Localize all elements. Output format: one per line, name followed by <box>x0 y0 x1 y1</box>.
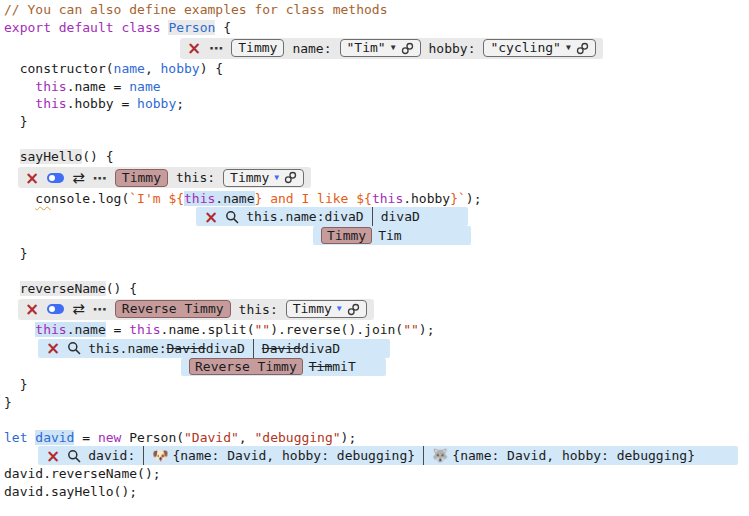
link-icon[interactable] <box>347 303 360 316</box>
code-token: new <box>98 430 121 445</box>
reversename-example-widget: ×⇄⋯Reverse Timmythis:Timmy▼ <box>18 299 374 320</box>
call-reversename-line: david.reverseName(); <box>4 465 749 483</box>
search-icon[interactable] <box>67 341 81 355</box>
this-value-dropdown[interactable]: Timmy▼ <box>223 169 304 187</box>
probe-chip-reverse-timmy: Reverse Timmy <box>189 358 303 375</box>
param-hobby-label: hobby: <box>429 41 476 56</box>
probe-value: divaD <box>325 209 364 224</box>
close-icon[interactable]: × <box>46 449 60 463</box>
chevron-down-icon: ▼ <box>391 44 396 52</box>
dropdown-value: Timmy <box>293 301 332 317</box>
class-declaration-line: export default class Person { <box>4 19 749 37</box>
code-token: () { <box>106 281 137 296</box>
assign-hobby-line: this.hobby = hobby; <box>4 95 749 113</box>
probe-text: david: <box>88 448 135 463</box>
code-token: and I like <box>262 191 356 206</box>
code-token: .name.split( <box>161 322 255 337</box>
code-token: } <box>4 114 27 129</box>
name-value-dropdown[interactable]: "Tim"▼ <box>340 39 421 57</box>
code-token: ).reverse().join( <box>270 322 403 337</box>
value-separator <box>372 207 373 226</box>
code-token: this <box>372 191 403 206</box>
toggle-icon[interactable] <box>47 173 64 183</box>
code-token <box>51 20 59 35</box>
example-timmy-button[interactable]: Timmy <box>231 39 284 57</box>
value-separator <box>423 446 424 465</box>
reversename-declaration-line: reverseName() { <box>4 280 749 298</box>
probe-object-value: {name: David, hobby: debugging} <box>452 448 695 463</box>
code-token: david.reverseName(); <box>4 466 161 481</box>
close-icon[interactable]: × <box>25 171 39 185</box>
example-chip-reverse-timmy[interactable]: Reverse Timmy <box>115 300 231 318</box>
code-token: co <box>35 191 51 206</box>
hobby-value-dropdown[interactable]: "cycling"▼ <box>483 39 595 57</box>
code-token: ${ <box>356 191 372 206</box>
code-editor[interactable]: // You can also define examples for clas… <box>0 0 749 500</box>
sayhello-example-widget-row: ×⇄⋯Timmythis:Timmy▼ <box>4 166 749 190</box>
class-example-widget-row: ×⋯Timmyname:"Tim"▼hobby:"cycling"▼ <box>4 36 749 60</box>
close-icon[interactable]: × <box>25 302 39 316</box>
code-token: this <box>35 96 66 111</box>
probe-chip-timmy: Timmy <box>321 227 372 244</box>
close-brace-line: } <box>4 245 749 263</box>
probe-text: this.name: <box>88 341 166 356</box>
code-token: let <box>4 430 27 445</box>
code-token: , <box>239 430 255 445</box>
code-token: class <box>121 20 160 35</box>
code-token: .name <box>67 322 106 337</box>
close-brace-line: } <box>4 376 749 394</box>
blank-line <box>4 411 749 429</box>
code-token: ); <box>419 322 435 337</box>
probe-value: Tim <box>378 228 401 243</box>
close-icon[interactable]: × <box>187 41 201 55</box>
code-token: "debugging" <box>255 430 341 445</box>
code-token: , <box>145 61 161 76</box>
probe-value: miT <box>332 359 355 374</box>
toggle-icon[interactable] <box>47 304 64 314</box>
probe-value: divaD <box>301 341 340 356</box>
close-icon[interactable]: × <box>204 210 218 224</box>
close-brace-line: } <box>4 113 749 131</box>
value-separator <box>253 339 254 358</box>
search-icon[interactable] <box>67 449 81 463</box>
probe-old-value: Tim <box>309 359 332 374</box>
dropdown-value: "Tim" <box>347 40 386 56</box>
reversename-probe-value-row-row: ×this.name: David divaDDavid divaD <box>4 339 749 358</box>
more-menu-icon[interactable]: ⋯ <box>93 173 107 183</box>
link-icon[interactable] <box>401 42 414 55</box>
sayhello-probe-value-row: ×this.name: divaDdivaD <box>196 207 468 226</box>
code-token: "" <box>254 322 270 337</box>
example-chip-timmy[interactable]: Timmy <box>115 169 168 187</box>
link-icon[interactable] <box>284 171 297 184</box>
reversename-probe-example-row-row: Reverse TimmyTim miT <box>4 358 749 377</box>
code-token: hobby <box>137 96 176 111</box>
more-menu-icon[interactable]: ⋯ <box>93 304 107 314</box>
code-token: ; <box>176 96 184 111</box>
david-probe-row-row: ×david: 🐶 {name: David, hobby: debugging… <box>4 446 749 465</box>
code-token: } <box>450 191 458 206</box>
sayhello-example-widget: ×⇄⋯Timmythis:Timmy▼ <box>18 167 311 188</box>
code-token: } <box>4 395 12 410</box>
code-token <box>4 96 35 111</box>
more-menu-icon[interactable]: ⋯ <box>209 43 223 53</box>
reversename-example-widget-row: ×⇄⋯Reverse Timmythis:Timmy▼ <box>4 297 749 321</box>
link-icon[interactable] <box>576 42 589 55</box>
code-token: name <box>114 61 145 76</box>
value-separator <box>143 446 144 465</box>
probe-object-value: {name: David, hobby: debugging} <box>172 448 415 463</box>
probe-old-value: David <box>167 341 206 356</box>
code-token <box>4 149 20 164</box>
rerun-arrows-icon[interactable]: ⇄ <box>72 172 85 184</box>
code-token: this <box>184 191 215 206</box>
class-example-widget: ×⋯Timmyname:"Tim"▼hobby:"cycling"▼ <box>180 38 603 59</box>
code-token: sayHello <box>20 149 83 164</box>
code-token: ); <box>341 430 357 445</box>
comment-line: // You can also define examples for clas… <box>4 1 749 19</box>
search-icon[interactable] <box>225 210 239 224</box>
rerun-arrows-icon[interactable]: ⇄ <box>72 303 85 315</box>
code-token: .hobby = <box>67 96 137 111</box>
probe-value: divaD <box>206 341 245 356</box>
this-value-dropdown[interactable]: Timmy▼ <box>286 300 367 318</box>
code-token <box>4 281 20 296</box>
close-icon[interactable]: × <box>46 341 60 355</box>
